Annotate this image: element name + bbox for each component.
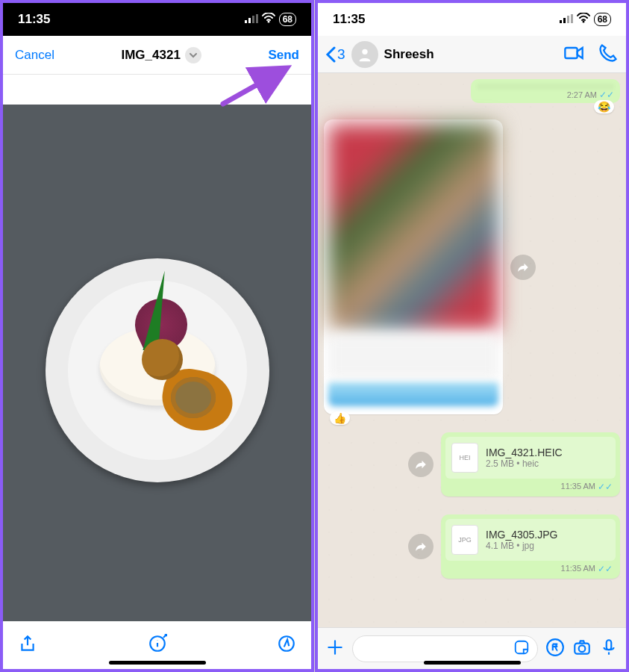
voice-call-button[interactable] — [590, 43, 619, 66]
svg-rect-9 — [567, 16, 569, 23]
video-call-button[interactable] — [556, 43, 584, 66]
photo-preview[interactable] — [3, 105, 311, 621]
right-phone-chat: 11:35 68 3 Shreesh 2:27 AM✓✓ 😂 — [315, 0, 629, 672]
message-out-stub[interactable]: 2:27 AM✓✓ 😂 — [471, 79, 620, 103]
svg-rect-18 — [607, 640, 612, 650]
svg-rect-13 — [565, 48, 577, 58]
svg-rect-3 — [256, 14, 258, 23]
back-button[interactable]: 3 — [325, 46, 345, 63]
svg-rect-0 — [245, 20, 247, 23]
home-indicator[interactable] — [424, 661, 521, 665]
forward-button[interactable] — [510, 255, 536, 280]
preview-nav-bar: Cancel IMG_4321 Send — [3, 36, 311, 75]
battery-indicator: 68 — [279, 13, 296, 26]
status-time: 11:35 — [333, 12, 365, 27]
cellular-icon — [245, 12, 258, 27]
wifi-icon — [262, 12, 275, 27]
markup-icon[interactable] — [277, 634, 296, 656]
mic-button[interactable] — [599, 638, 619, 660]
payment-button[interactable] — [545, 638, 565, 660]
reaction-emoji[interactable]: 😂 — [594, 100, 614, 113]
status-bar: 11:35 68 — [318, 3, 626, 36]
status-bar: 11:35 68 — [3, 3, 311, 36]
battery-indicator: 68 — [594, 13, 611, 26]
contact-name[interactable]: Shreesh — [384, 47, 550, 62]
svg-rect-7 — [560, 20, 562, 23]
send-button[interactable]: Send — [268, 48, 299, 63]
read-receipt-icon: ✓✓ — [598, 482, 613, 492]
file-title-text: IMG_4321 — [121, 48, 180, 63]
message-in-image[interactable]: 👍 — [324, 119, 503, 414]
file-name: IMG_4321.HEIC — [486, 447, 563, 458]
share-icon[interactable] — [18, 634, 37, 656]
message-time: 2:27 AM — [567, 90, 597, 99]
cancel-button[interactable]: Cancel — [15, 48, 54, 63]
camera-button[interactable] — [572, 638, 592, 660]
reaction-emoji[interactable]: 👍 — [330, 411, 350, 425]
svg-point-4 — [267, 21, 269, 23]
forward-button[interactable] — [408, 534, 434, 559]
back-count: 3 — [337, 46, 345, 63]
message-input[interactable] — [352, 635, 538, 662]
attach-button[interactable] — [325, 638, 345, 660]
file-type-icon: JPG — [451, 525, 478, 555]
file-title-dropdown[interactable]: IMG_4321 — [121, 47, 201, 63]
file-meta: 2.5 MB • heic — [486, 458, 563, 469]
wifi-icon — [577, 12, 590, 27]
svg-point-17 — [579, 645, 586, 652]
cellular-icon — [560, 12, 573, 27]
svg-rect-14 — [516, 641, 528, 653]
preview-body — [3, 75, 311, 621]
svg-rect-1 — [248, 18, 251, 23]
chat-nav-bar: 3 Shreesh — [318, 36, 626, 73]
edit-info-icon[interactable] — [148, 634, 167, 656]
message-out-file-2[interactable]: JPG IMG_4305.JPG 4.1 MB • jpg 11:35 AM✓✓ — [441, 514, 620, 579]
svg-point-6 — [279, 636, 294, 651]
file-meta: 4.1 MB • jpg — [486, 541, 558, 551]
left-phone-preview: 11:35 68 Cancel IMG_4321 Send — [0, 0, 314, 672]
home-indicator[interactable] — [109, 661, 206, 665]
svg-rect-8 — [563, 18, 566, 23]
message-time: 11:35 AM — [561, 564, 595, 574]
file-name: IMG_4305.JPG — [486, 529, 558, 541]
svg-point-11 — [582, 21, 584, 23]
preview-image — [46, 258, 269, 482]
svg-rect-10 — [571, 14, 573, 23]
sticker-icon[interactable] — [513, 639, 530, 659]
status-time: 11:35 — [18, 12, 50, 27]
read-receipt-icon: ✓✓ — [598, 564, 613, 574]
message-out-file-1[interactable]: HEI IMG_4321.HEIC 2.5 MB • heic 11:35 AM… — [441, 432, 620, 497]
read-receipt-icon: ✓✓ — [599, 90, 614, 100]
svg-rect-2 — [252, 16, 254, 23]
svg-point-12 — [362, 49, 367, 54]
file-type-icon: HEI — [451, 443, 478, 473]
forward-button[interactable] — [408, 452, 434, 477]
chat-body[interactable]: 2:27 AM✓✓ 😂 👍 HEI IMG_4321.HEIC 2.5 MB •… — [318, 73, 626, 627]
chevron-down-icon — [185, 47, 201, 63]
attached-image-preview — [328, 124, 498, 330]
message-time: 11:35 AM — [561, 482, 595, 492]
avatar[interactable] — [351, 41, 378, 68]
